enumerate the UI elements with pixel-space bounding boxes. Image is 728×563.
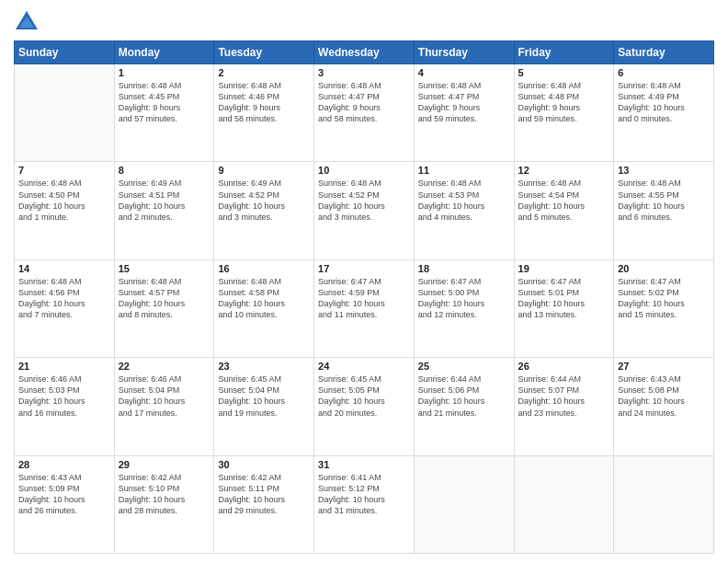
day-info: Sunrise: 6:47 AM Sunset: 5:01 PM Dayligh… [518, 276, 610, 321]
calendar-cell [514, 455, 614, 553]
day-info: Sunrise: 6:45 AM Sunset: 5:04 PM Dayligh… [218, 373, 310, 419]
day-number: 1 [119, 67, 210, 78]
day-number: 10 [318, 165, 410, 176]
header [14, 9, 714, 35]
calendar-body: 1Sunrise: 6:48 AM Sunset: 4:45 PM Daylig… [15, 64, 714, 554]
calendar-cell: 9Sunrise: 6:49 AM Sunset: 4:52 PM Daylig… [214, 162, 314, 259]
calendar-cell: 1Sunrise: 6:48 AM Sunset: 4:45 PM Daylig… [114, 64, 214, 162]
day-number: 29 [119, 459, 210, 470]
day-number: 30 [218, 459, 310, 470]
day-number: 14 [18, 263, 110, 274]
calendar-cell: 16Sunrise: 6:48 AM Sunset: 4:58 PM Dayli… [214, 259, 314, 357]
calendar-cell: 26Sunrise: 6:44 AM Sunset: 5:07 PM Dayli… [514, 358, 614, 455]
calendar-cell: 21Sunrise: 6:46 AM Sunset: 5:03 PM Dayli… [15, 358, 115, 455]
day-header-sunday: Sunday [15, 41, 115, 64]
day-info: Sunrise: 6:48 AM Sunset: 4:54 PM Dayligh… [518, 178, 610, 223]
day-info: Sunrise: 6:48 AM Sunset: 4:48 PM Dayligh… [518, 80, 610, 125]
day-number: 20 [618, 263, 710, 274]
week-row-4: 21Sunrise: 6:46 AM Sunset: 5:03 PM Dayli… [15, 358, 714, 455]
day-number: 15 [119, 263, 210, 274]
day-info: Sunrise: 6:48 AM Sunset: 4:52 PM Dayligh… [318, 178, 410, 223]
day-info: Sunrise: 6:46 AM Sunset: 5:04 PM Dayligh… [119, 373, 210, 419]
day-number: 16 [218, 263, 310, 274]
calendar-cell: 17Sunrise: 6:47 AM Sunset: 4:59 PM Dayli… [314, 259, 415, 357]
week-row-2: 7Sunrise: 6:48 AM Sunset: 4:50 PM Daylig… [15, 162, 714, 259]
calendar-cell: 24Sunrise: 6:45 AM Sunset: 5:05 PM Dayli… [314, 358, 415, 455]
day-info: Sunrise: 6:47 AM Sunset: 4:59 PM Dayligh… [318, 276, 410, 321]
calendar-cell: 2Sunrise: 6:48 AM Sunset: 4:46 PM Daylig… [214, 64, 314, 162]
day-header-monday: Monday [114, 41, 214, 64]
week-row-5: 28Sunrise: 6:43 AM Sunset: 5:09 PM Dayli… [15, 455, 714, 553]
day-info: Sunrise: 6:43 AM Sunset: 5:09 PM Dayligh… [18, 472, 110, 517]
day-number: 6 [618, 67, 710, 78]
day-header-tuesday: Tuesday [214, 41, 314, 64]
calendar-cell: 23Sunrise: 6:45 AM Sunset: 5:04 PM Dayli… [214, 358, 314, 455]
calendar-cell: 27Sunrise: 6:43 AM Sunset: 5:08 PM Dayli… [614, 358, 714, 455]
calendar-header: SundayMondayTuesdayWednesdayThursdayFrid… [15, 41, 714, 64]
day-info: Sunrise: 6:42 AM Sunset: 5:11 PM Dayligh… [218, 472, 310, 517]
logo [14, 9, 43, 35]
calendar-cell: 8Sunrise: 6:49 AM Sunset: 4:51 PM Daylig… [114, 162, 214, 259]
day-number: 5 [518, 67, 610, 78]
day-info: Sunrise: 6:48 AM Sunset: 4:58 PM Dayligh… [218, 276, 310, 321]
day-number: 17 [318, 263, 410, 274]
day-number: 11 [418, 165, 510, 176]
day-info: Sunrise: 6:48 AM Sunset: 4:47 PM Dayligh… [418, 80, 510, 125]
day-number: 13 [618, 165, 710, 176]
day-number: 28 [18, 459, 110, 470]
calendar-cell: 3Sunrise: 6:48 AM Sunset: 4:47 PM Daylig… [314, 64, 415, 162]
day-info: Sunrise: 6:49 AM Sunset: 4:51 PM Dayligh… [119, 178, 210, 223]
day-info: Sunrise: 6:45 AM Sunset: 5:05 PM Dayligh… [318, 373, 410, 419]
day-info: Sunrise: 6:47 AM Sunset: 5:02 PM Dayligh… [618, 276, 710, 321]
day-number: 2 [218, 67, 310, 78]
calendar-cell [414, 455, 514, 553]
day-header-wednesday: Wednesday [314, 41, 415, 64]
calendar-cell: 11Sunrise: 6:48 AM Sunset: 4:53 PM Dayli… [414, 162, 514, 259]
calendar-cell [15, 64, 115, 162]
day-info: Sunrise: 6:48 AM Sunset: 4:46 PM Dayligh… [218, 80, 310, 125]
day-info: Sunrise: 6:42 AM Sunset: 5:10 PM Dayligh… [119, 472, 210, 517]
day-info: Sunrise: 6:48 AM Sunset: 4:50 PM Dayligh… [18, 178, 110, 223]
calendar-cell: 14Sunrise: 6:48 AM Sunset: 4:56 PM Dayli… [15, 259, 115, 357]
day-info: Sunrise: 6:48 AM Sunset: 4:57 PM Dayligh… [119, 276, 210, 321]
calendar-cell: 5Sunrise: 6:48 AM Sunset: 4:48 PM Daylig… [514, 64, 614, 162]
day-number: 22 [119, 361, 210, 372]
day-header-thursday: Thursday [414, 41, 514, 64]
calendar-cell: 28Sunrise: 6:43 AM Sunset: 5:09 PM Dayli… [15, 455, 115, 553]
day-info: Sunrise: 6:41 AM Sunset: 5:12 PM Dayligh… [318, 472, 410, 517]
calendar-cell: 4Sunrise: 6:48 AM Sunset: 4:47 PM Daylig… [414, 64, 514, 162]
calendar-cell: 12Sunrise: 6:48 AM Sunset: 4:54 PM Dayli… [514, 162, 614, 259]
logo-icon [14, 9, 40, 35]
calendar-cell: 25Sunrise: 6:44 AM Sunset: 5:06 PM Dayli… [414, 358, 514, 455]
day-number: 7 [18, 165, 110, 176]
day-info: Sunrise: 6:48 AM Sunset: 4:45 PM Dayligh… [119, 80, 210, 125]
day-info: Sunrise: 6:48 AM Sunset: 4:55 PM Dayligh… [618, 178, 710, 223]
day-info: Sunrise: 6:48 AM Sunset: 4:53 PM Dayligh… [418, 178, 510, 223]
calendar-cell: 6Sunrise: 6:48 AM Sunset: 4:49 PM Daylig… [614, 64, 714, 162]
calendar-cell: 19Sunrise: 6:47 AM Sunset: 5:01 PM Dayli… [514, 259, 614, 357]
calendar-cell: 30Sunrise: 6:42 AM Sunset: 5:11 PM Dayli… [214, 455, 314, 553]
day-info: Sunrise: 6:48 AM Sunset: 4:47 PM Dayligh… [318, 80, 410, 125]
calendar-cell: 22Sunrise: 6:46 AM Sunset: 5:04 PM Dayli… [114, 358, 214, 455]
day-number: 21 [18, 361, 110, 372]
calendar-cell: 7Sunrise: 6:48 AM Sunset: 4:50 PM Daylig… [15, 162, 115, 259]
day-number: 19 [518, 263, 610, 274]
day-info: Sunrise: 6:44 AM Sunset: 5:07 PM Dayligh… [518, 373, 610, 419]
day-info: Sunrise: 6:46 AM Sunset: 5:03 PM Dayligh… [18, 373, 110, 419]
calendar-cell: 18Sunrise: 6:47 AM Sunset: 5:00 PM Dayli… [414, 259, 514, 357]
days-header-row: SundayMondayTuesdayWednesdayThursdayFrid… [15, 41, 714, 64]
day-info: Sunrise: 6:49 AM Sunset: 4:52 PM Dayligh… [218, 178, 310, 223]
day-number: 9 [218, 165, 310, 176]
calendar-cell: 13Sunrise: 6:48 AM Sunset: 4:55 PM Dayli… [614, 162, 714, 259]
calendar-cell: 31Sunrise: 6:41 AM Sunset: 5:12 PM Dayli… [314, 455, 415, 553]
day-number: 27 [618, 361, 710, 372]
day-number: 26 [518, 361, 610, 372]
calendar-cell [614, 455, 714, 553]
day-number: 8 [119, 165, 210, 176]
day-header-friday: Friday [514, 41, 614, 64]
day-number: 24 [318, 361, 410, 372]
day-number: 25 [418, 361, 510, 372]
day-info: Sunrise: 6:48 AM Sunset: 4:56 PM Dayligh… [18, 276, 110, 321]
calendar-cell: 20Sunrise: 6:47 AM Sunset: 5:02 PM Dayli… [614, 259, 714, 357]
day-number: 3 [318, 67, 410, 78]
